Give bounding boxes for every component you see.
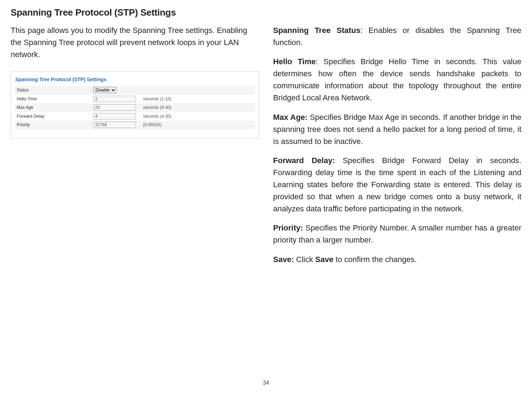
desc-save-label: Save: [273,255,294,264]
desc-save: Save: Click Save to confirm the changes. [273,254,522,266]
desc-fwd: Forward Delay: Specifies Bridge Forward … [273,155,522,215]
priority-label: Priority [15,121,93,129]
desc-save-bold: Save [315,255,333,264]
left-column: This page allows you to modify the Spann… [11,24,259,273]
panel-heading: Spanning Tree Protocol (STP) Settings [15,74,255,86]
desc-priority-text: Specifies the Priority Number. A smaller… [273,223,522,244]
content-columns: This page allows you to modify the Spann… [11,24,521,273]
maxage-label: Max Age [15,103,93,112]
maxage-input[interactable] [93,104,136,111]
hello-hint: seconds (1-10) [139,96,171,102]
desc-fwd-label: Forward Delay: [273,156,335,165]
desc-hello: Hello Time: Specifies Bridge Hello Time … [273,56,522,104]
desc-status-label: Spanning Tree Status [273,26,361,35]
status-select[interactable]: Disable [93,87,116,93]
page-number: 34 [0,380,532,386]
desc-status: Spanning Tree Status: Enables or disable… [273,24,522,49]
intro-text: This page allows you to modify the Spann… [11,24,259,61]
maxage-hint: seconds (6-40) [139,104,171,111]
row-forward-delay: Forward Delay seconds (4-30) [15,112,255,121]
fwd-hint: seconds (4-30) [139,113,171,120]
desc-hello-label: Hello Time [273,57,316,66]
desc-save-end: to confirm the changes. [334,255,417,264]
desc-maxage-text: Specifies Bridge Max Age in seconds. If … [273,113,522,146]
desc-maxage: Max Age: Specifies Bridge Max Age in sec… [273,111,522,148]
hello-label: Hello Time [15,95,93,104]
stp-config-panel: Spanning Tree Protocol (STP) Settings St… [11,71,259,138]
right-column: Spanning Tree Status: Enables or disable… [273,24,522,273]
fwd-label: Forward Delay [15,112,93,121]
row-hello-time: Hello Time seconds (1-10) [15,95,255,104]
desc-priority: Priority: Specifies the Priority Number.… [273,222,522,246]
row-max-age: Max Age seconds (6-40) [15,103,255,112]
desc-priority-label: Priority: [273,223,303,232]
hello-input[interactable] [93,96,136,102]
row-status: Status Disable [15,86,255,95]
fwd-input[interactable] [93,113,136,119]
priority-hint: (0-65535) [139,122,161,128]
priority-input[interactable] [93,122,136,128]
row-priority: Priority (0-65535) [15,121,255,129]
desc-save-mid: Click [294,255,315,264]
status-label: Status [15,86,93,95]
desc-maxage-label: Max Age: [273,113,308,122]
page-title: Spanning Tree Protocol (STP) Settings [11,7,521,18]
